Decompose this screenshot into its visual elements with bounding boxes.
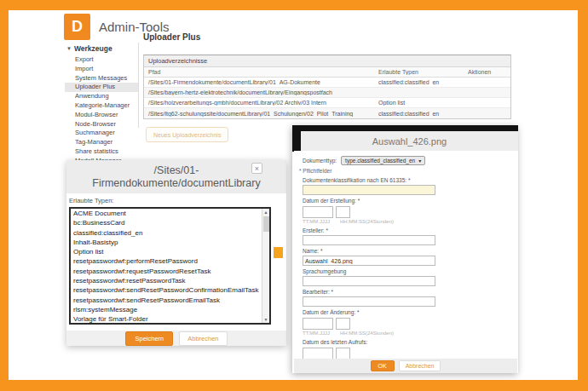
cell-pfad: /Sites/01-Firmendokumente/documentLibrar… (144, 79, 378, 85)
cell-typen: classified:classified_en (378, 79, 468, 85)
allowed-types-label: Erlaubte Typen: (66, 193, 286, 207)
field-label-name: Name: * (303, 248, 509, 256)
aenderung-date-input[interactable] (303, 318, 333, 330)
listbox-option[interactable]: rlsm:systemMessage (71, 305, 269, 314)
page-title: Uploader Plus (143, 32, 200, 42)
doctype-selected-value: type.classified_classified_en (345, 158, 415, 164)
table-row[interactable]: /Sites/holzverarbeitungs-gmbh/documentLi… (144, 98, 510, 108)
date-format-hint: TT.MM.JJJJ (303, 331, 340, 336)
document-properties-dialog: Auswahl_426.png Dokumenttyp: type.classi… (292, 125, 518, 373)
listbox-option[interactable]: resetpasswordwf:requestPasswordResetTask (71, 267, 269, 276)
dialog-body: Erlaubte Typen: ACME Document bc:Busines… (66, 193, 286, 325)
allowed-types-listbox[interactable]: ACME Document bc:BusinessCard classified… (69, 207, 271, 325)
column-header-pfad: Pfad (144, 69, 378, 75)
listbox-option[interactable]: Option list (71, 247, 269, 256)
dialog-title: Auswahl_426.png (372, 136, 447, 147)
table-column-headers: Pfad Erlaubte Typen Aktionen (144, 67, 510, 78)
dialog-header: Auswahl_426.png (301, 131, 518, 151)
dialog-top-bar (292, 125, 518, 131)
field-label-klassifikation: Dokumentenklassifikation nach EN 61335: … (303, 177, 509, 185)
sidebar-item-suchmanager[interactable]: Suchmanager (65, 129, 138, 138)
cell-pfad: /Sites/holzverarbeitungs-gmbh/documentLi… (144, 100, 378, 106)
tree-expand-icon: ▼ (66, 46, 72, 51)
listbox-option[interactable]: classified:classified_en (71, 228, 269, 238)
sidebar-item-share-statistics[interactable]: Share statistics (65, 147, 138, 157)
obscured-orange-element (274, 247, 283, 258)
sidebar-item-node-browser[interactable]: Node-Browser (65, 120, 138, 129)
time-format-hint: HH:MM:SS(24Stunden) (340, 219, 394, 224)
sidebar-item-anwendung[interactable]: Anwendung (65, 92, 138, 101)
table-row[interactable]: /Sites/ltg62-schulungssite/documentLibra… (144, 108, 510, 118)
listbox-option[interactable]: resetpasswordwf:sendResetPasswordEmailTa… (71, 296, 269, 305)
table-panel-header: Uploadverzeichnisse (144, 55, 510, 67)
field-label-erstellung: Datum der Erstellung: * (303, 198, 509, 205)
frame-border-top (0, 0, 588, 10)
dialog-title: /Sites/01-Firmendokumente/documentLibrar… (90, 164, 262, 190)
table-row[interactable]: /Sites/bayern-hertz-elektrotechnik/docum… (144, 88, 510, 98)
sprachumgebung-input[interactable] (303, 276, 435, 286)
scroll-down-icon[interactable]: ▼ (262, 316, 269, 323)
new-upload-directory-button[interactable]: Neues Uploadverzeichnis (146, 127, 228, 142)
sidebar-item-export[interactable]: Export (65, 55, 138, 65)
doctype-select[interactable]: type.classified_classified_en ▾ (341, 156, 425, 165)
field-label-aufruf: Datum des letzten Aufrufs: (303, 339, 509, 347)
cancel-button[interactable]: Abbrechen (179, 331, 227, 346)
sidebar-item-kategorie-manager[interactable]: Kategorie-Manager (65, 101, 138, 111)
listbox-option[interactable]: bc:BusinessCard (71, 218, 269, 227)
bearbeiter-input[interactable] (303, 296, 435, 307)
sidebar-item-import[interactable]: Import (65, 65, 138, 74)
admin-tools-page: D Admin-Tools ▼ Werkzeuge Export Import … (0, 0, 588, 391)
cell-pfad: /Sites/ltg62-schulungssite/documentLibra… (144, 111, 378, 117)
upload-directories-table: Uploadverzeichnisse Pfad Erlaubte Typen … (143, 55, 511, 119)
ersteller-input[interactable] (303, 235, 435, 245)
aufruf-date-input[interactable] (303, 348, 333, 359)
aenderung-time-input[interactable] (336, 318, 350, 330)
klassifikation-input[interactable] (303, 185, 435, 195)
dialog-footer: OK Abbrechen (294, 359, 517, 373)
chevron-down-icon: ▾ (418, 158, 421, 164)
sidebar-item-uploader-plus[interactable]: Uploader Plus (65, 83, 138, 92)
listbox-option[interactable]: resetpasswordwf:sendResetPasswordConfirm… (71, 285, 269, 295)
ok-button[interactable]: OK (371, 360, 395, 371)
date-format-hint: TT.MM.JJJJ (303, 219, 340, 224)
listbox-option[interactable]: Vorlage für Smart-Folder (71, 314, 269, 324)
app-logo: D (64, 14, 90, 40)
aufruf-time-input[interactable] (336, 348, 350, 359)
column-header-erlaubte-typen: Erlaubte Typen (378, 69, 468, 75)
listbox-scrollbar[interactable]: ▲ ▼ (262, 209, 269, 323)
doctype-label: Dokumenttyp: (303, 158, 337, 164)
close-icon[interactable]: × (251, 163, 262, 174)
frame-border-right (578, 0, 588, 391)
listbox-option[interactable]: resetpasswordwf:resetPasswordTask (71, 276, 269, 285)
sidebar-group-werkzeuge[interactable]: ▼ Werkzeuge (65, 43, 138, 55)
required-fields-note: * Pflichtfelder (299, 168, 509, 175)
erstellung-time-input[interactable] (336, 206, 350, 218)
column-header-aktionen: Aktionen (468, 69, 510, 75)
erstellung-date-input[interactable] (303, 206, 333, 218)
cancel-button[interactable]: Abbrechen (399, 360, 441, 371)
field-label-ersteller: Ersteller: * (303, 227, 509, 235)
field-label-sprachumgebung: Sprachumgebung (303, 268, 509, 276)
sidebar-item-modul-browser[interactable]: Modul-Browser (65, 111, 138, 120)
sidebar: ▼ Werkzeuge Export Import System Message… (65, 43, 138, 166)
upload-directory-dialog: /Sites/01-Firmendokumente/documentLibrar… (66, 160, 286, 346)
sidebar-group-label: Werkzeuge (74, 44, 112, 53)
sidebar-item-tag-manager[interactable]: Tag-Manager (65, 138, 138, 147)
save-button[interactable]: Speichern (125, 331, 173, 346)
scrollbar-thumb[interactable] (263, 216, 269, 232)
cell-typen: classified:classified_en (378, 111, 468, 117)
name-input[interactable] (303, 256, 435, 266)
cell-typen: Option list (378, 100, 468, 106)
sidebar-item-system-messages[interactable]: System Messages (65, 74, 138, 83)
table-row[interactable]: /Sites/01-Firmendokumente/documentLibrar… (144, 78, 510, 88)
frame-border-left (0, 0, 9, 391)
dialog-corner-notch (292, 125, 301, 152)
scroll-up-icon[interactable]: ▲ (262, 209, 269, 216)
time-format-hint: HH:MM:SS(24Stunden) (340, 331, 394, 336)
field-label-bearbeiter: Bearbeiter: * (303, 289, 509, 296)
dialog-footer: Speichern Abbrechen (66, 331, 286, 346)
listbox-option[interactable]: Inhalt-Basistyp (71, 238, 269, 247)
listbox-option[interactable]: resetpasswordwf:performResetPassword (71, 256, 269, 266)
listbox-option[interactable]: ACME Document (71, 209, 269, 218)
frame-border-bottom (0, 380, 588, 391)
